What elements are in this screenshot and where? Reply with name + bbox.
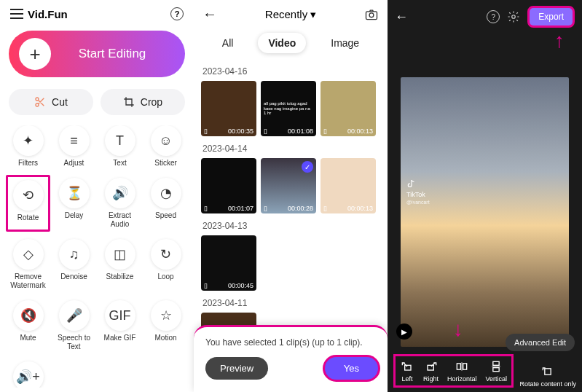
back-icon[interactable]: ← (202, 6, 217, 23)
start-editing-button[interactable]: + Start Editing (9, 31, 185, 77)
video-icon: ▯ (204, 205, 208, 212)
editor-help-icon[interactable]: ? (487, 10, 500, 23)
video-thumbnail[interactable]: ▯00:00:35 (201, 81, 256, 136)
tool-speed[interactable]: ◔Speed (145, 178, 186, 229)
speech to-icon: 🎤 (59, 300, 90, 331)
tab-all[interactable]: All (212, 33, 244, 53)
svg-point-2 (512, 15, 516, 19)
rotate-content-only-button[interactable]: Rotate content only (519, 364, 576, 388)
cut-button[interactable]: Cut (9, 89, 93, 115)
remove-icon: ◇ (13, 239, 44, 270)
filters-icon: ✦ (13, 125, 44, 156)
svg-rect-5 (457, 364, 461, 369)
settings-icon[interactable] (507, 10, 520, 23)
selection-sheet: You have selected 1 clip(s) (up to 1 cli… (194, 325, 388, 392)
video-thumbnail[interactable]: ▯00:00:13 (321, 81, 376, 136)
tool-extract-audio[interactable]: 🔊Extract Audio (99, 178, 141, 229)
rotate-left-button[interactable]: Left (400, 359, 414, 383)
tab-image[interactable]: Image (321, 33, 369, 53)
tool-remove-watermark[interactable]: ◇Remove Watermark (7, 239, 49, 290)
video-thumbnail[interactable]: all pag pikit tulog agad kase nag imagin… (261, 81, 316, 136)
rotate-toolbar: LeftRightHorizontalVertical Rotate conte… (393, 354, 576, 388)
sort-dropdown[interactable]: Recently ▾ (265, 8, 316, 21)
chevron-down-icon: ▾ (310, 8, 316, 21)
video-preview[interactable]: TikTok @ivancart (401, 77, 569, 347)
tool-rotate[interactable]: ⟲Rotate (6, 175, 50, 232)
rotate-vertical-button[interactable]: Vertical (486, 359, 508, 383)
tool-filters[interactable]: ✦Filters (7, 125, 49, 168)
duration-label: 00:00:28 (288, 205, 313, 212)
annotation-arrow-up: ↑ (554, 29, 565, 52)
camera-icon[interactable] (364, 7, 379, 22)
selection-message: You have selected 1 clip(s) (up to 1 cli… (205, 337, 376, 348)
right-icon (424, 359, 439, 374)
tool-delay[interactable]: ⏳Delay (53, 178, 95, 229)
tool-label: Rotate (17, 213, 39, 222)
tool-grid: ✦Filters≡AdjustTText☺Sticker⟲Rotate⏳Dela… (6, 125, 188, 388)
svg-rect-7 (493, 361, 499, 365)
tab-video[interactable]: Video (258, 33, 306, 53)
tool-stabilize[interactable]: ◫Stabilize (99, 239, 141, 290)
play-button[interactable]: ▶ (396, 324, 412, 340)
svg-rect-6 (463, 364, 467, 369)
yes-button[interactable]: Yes (323, 355, 380, 382)
mute-icon: 🔇 (13, 300, 44, 331)
tool-motion[interactable]: ☆Motion (145, 300, 186, 351)
rotate-content-icon (540, 364, 555, 379)
tool-label: Speech to Text (58, 334, 90, 351)
thumb-row: ▯00:00:35all pag pikit tulog agad kase n… (201, 81, 380, 136)
svg-rect-4 (428, 365, 433, 370)
video-icon: ▯ (264, 128, 267, 135)
duration-label: 00:00:45 (228, 282, 253, 289)
tool-boost-volume[interactable]: 🔊+Boost Volume (7, 361, 49, 388)
export-button[interactable]: Export (527, 6, 575, 28)
tool-make-gif[interactable]: GIFMake GIF (99, 300, 141, 351)
home-panel: Vid.Fun ? + Start Editing Cut Crop ✦Filt… (0, 0, 194, 392)
rotate-horizontal-button[interactable]: Horizontal (447, 359, 477, 383)
crop-icon (123, 96, 135, 108)
video-icon: ▯ (323, 205, 327, 212)
tool-mute[interactable]: 🔇Mute (7, 300, 49, 351)
preview-button[interactable]: Preview (205, 357, 268, 380)
quick-actions: Cut Crop (9, 89, 185, 115)
tool-denoise[interactable]: ♫Denoise (53, 239, 95, 290)
video-thumbnail[interactable]: ▯00:00:28✓ (261, 158, 316, 213)
tool-label: Stabilize (106, 273, 134, 281)
tool-text[interactable]: TText (99, 125, 141, 168)
date-group-label: 2023-04-13 (202, 221, 380, 231)
duration-label: 00:01:07 (228, 205, 253, 212)
video-thumbnail[interactable]: ▯00:01:07 (201, 158, 256, 213)
home-header: Vid.Fun ? (6, 4, 188, 23)
help-icon[interactable]: ? (170, 7, 184, 20)
delay-icon: ⏳ (59, 178, 90, 208)
svg-rect-3 (405, 365, 411, 370)
denoise-icon: ♫ (59, 239, 90, 270)
rotate-right-button[interactable]: Right (423, 359, 439, 383)
scissors-icon (34, 96, 46, 108)
editor-back-icon[interactable]: ← (395, 9, 408, 25)
video-icon: ▯ (323, 128, 327, 135)
tool-speech-to-text[interactable]: 🎤Speech to Text (53, 300, 95, 351)
crop-button[interactable]: Crop (101, 89, 185, 115)
tool-adjust[interactable]: ≡Adjust (53, 125, 95, 168)
tool-label: Delay (65, 211, 84, 220)
advanced-edit-button[interactable]: Advanced Edit (506, 334, 575, 351)
plus-icon: + (19, 38, 51, 70)
boost-icon: 🔊+ (13, 361, 44, 388)
video-thumbnail[interactable]: ▯00:00:45 (201, 235, 256, 291)
left-icon (400, 359, 414, 374)
speed-icon: ◔ (151, 178, 181, 208)
rotate-icon: ⟲ (13, 180, 44, 211)
video-thumbnail[interactable]: ▯00:00:13 (321, 158, 376, 213)
make gif-icon: GIF (105, 300, 135, 331)
tool-loop[interactable]: ↻Loop (145, 239, 186, 290)
motion-icon: ☆ (151, 300, 181, 331)
video-icon: ▯ (264, 205, 267, 212)
tool-label: Remove Watermark (10, 273, 46, 290)
vertical-icon (489, 359, 503, 374)
menu-icon[interactable] (10, 9, 23, 19)
video-icon: ▯ (204, 282, 208, 289)
tool-label: Make GIF (104, 334, 136, 342)
duration-label: 00:01:08 (288, 128, 313, 135)
tool-sticker[interactable]: ☺Sticker (145, 125, 186, 168)
